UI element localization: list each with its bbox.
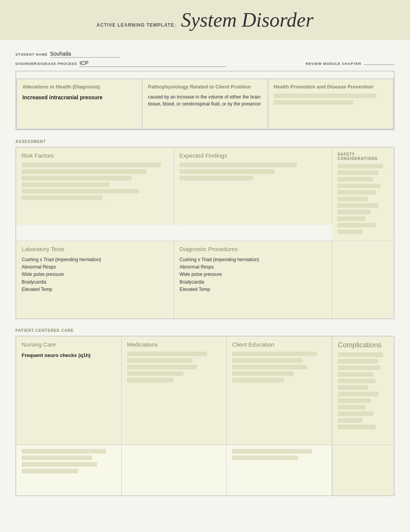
student-name-label: STUDENT NAME	[15, 53, 48, 56]
risk-factors-content	[22, 163, 168, 200]
top-section-grid: Alterations in Health (Diagnosis) Increa…	[15, 71, 395, 130]
diagnostic-content: Cushing s Triad (impending herniation) A…	[180, 256, 326, 293]
top-grid-inner: Alterations in Health (Diagnosis) Increa…	[16, 78, 394, 129]
lab-tests-header: Laboratory Tests	[22, 246, 168, 252]
disorder-value: ICP	[80, 60, 226, 67]
expected-findings-header: Expected Findings	[180, 152, 326, 159]
care-top-row: Nursing Care Frequent neuro checks (q1h)…	[16, 337, 394, 445]
assessment-outer: Risk Factors Expected Findings	[15, 147, 395, 319]
medications-header: Medications	[127, 341, 221, 348]
lab-tests-content: Cushing s Triad (impending herniation) A…	[22, 256, 168, 293]
medications-sub-cell	[122, 445, 227, 495]
safety-considerations-cell: SAFETY CONSIDERATIONS	[332, 148, 394, 241]
medications-cell: Medications	[122, 337, 227, 445]
nursing-care-content: Frequent neuro checks (q1h)	[22, 352, 116, 360]
assessment-bottom-row: Laboratory Tests Cushing s Triad (impend…	[16, 241, 394, 318]
client-education-cell: Client Education	[227, 337, 332, 445]
complications-header: Complications	[338, 341, 388, 349]
assessment-label: ASSESSMENT	[15, 139, 395, 144]
alterations-content: Increased intracranial pressure	[22, 93, 136, 102]
template-label: ACTIVE LEARNING TEMPLATE:	[97, 22, 176, 28]
expected-findings-content	[180, 163, 326, 180]
complications-cell: Complications	[332, 337, 394, 445]
complications-bottom-spacer	[332, 445, 394, 495]
health-promotion-cell: Health Promotion and Disease Prevention	[268, 79, 393, 129]
client-education-content	[232, 352, 326, 382]
client-ed-sub-cell	[227, 445, 332, 495]
pathophysiology-header: Pathophysiology Related to Client Proble…	[148, 84, 262, 90]
disorder-label: DISORDER/DISEASE PROCESS	[15, 62, 77, 66]
safety-bottom-spacer	[332, 241, 394, 318]
student-name-row: STUDENT NAME Souhaila	[15, 51, 395, 58]
care-label: PATIENT-CENTERED CARE	[15, 328, 395, 333]
student-info: STUDENT NAME Souhaila DISORDER/DISEASE P…	[15, 51, 395, 67]
safety-content	[337, 164, 388, 234]
pathophysiology-cell: Pathophysiology Related to Client Proble…	[142, 79, 268, 129]
safety-label: SAFETY CONSIDERATIONS	[337, 152, 388, 161]
diagnostic-procedures-cell: Diagnostic Procedures Cushing s Triad (i…	[174, 241, 332, 318]
risk-factors-cell: Risk Factors	[16, 148, 174, 225]
nursing-sub-cell	[16, 445, 122, 495]
health-promotion-content	[274, 93, 388, 105]
review-module-group: REVIEW MODULE CHAPTER	[306, 62, 395, 66]
nursing-care-header: Nursing Care	[22, 341, 116, 348]
diagnostic-header: Diagnostic Procedures	[180, 246, 326, 252]
lab-tests-cell: Laboratory Tests Cushing s Triad (impend…	[16, 241, 174, 318]
assessment-top-row: Risk Factors Expected Findings	[16, 148, 394, 241]
care-bottom-row	[16, 445, 394, 495]
care-outer: Nursing Care Frequent neuro checks (q1h)…	[15, 336, 395, 496]
expected-findings-cell: Expected Findings	[174, 148, 332, 225]
pathophysiology-content: caused by an increase in the volume of e…	[148, 93, 262, 107]
risk-factors-header: Risk Factors	[22, 152, 168, 159]
medications-content	[127, 352, 221, 382]
review-label: REVIEW MODULE CHAPTER	[306, 62, 361, 66]
disorder-row: DISORDER/DISEASE PROCESS ICP REVIEW MODU…	[15, 60, 395, 67]
alterations-cell: Alterations in Health (Diagnosis) Increa…	[17, 79, 142, 129]
alterations-header: Alterations in Health (Diagnosis)	[22, 84, 136, 90]
nursing-care-cell: Nursing Care Frequent neuro checks (q1h)	[16, 337, 122, 445]
health-promotion-header: Health Promotion and Disease Prevention	[274, 84, 388, 90]
complications-content	[338, 352, 388, 429]
client-education-header: Client Education	[232, 341, 326, 348]
review-value	[364, 64, 395, 65]
template-title: System Disorder	[181, 9, 313, 31]
student-name-value: Souhaila	[50, 51, 120, 58]
page-header: ACTIVE LEARNING TEMPLATE: System Disorde…	[0, 0, 410, 40]
